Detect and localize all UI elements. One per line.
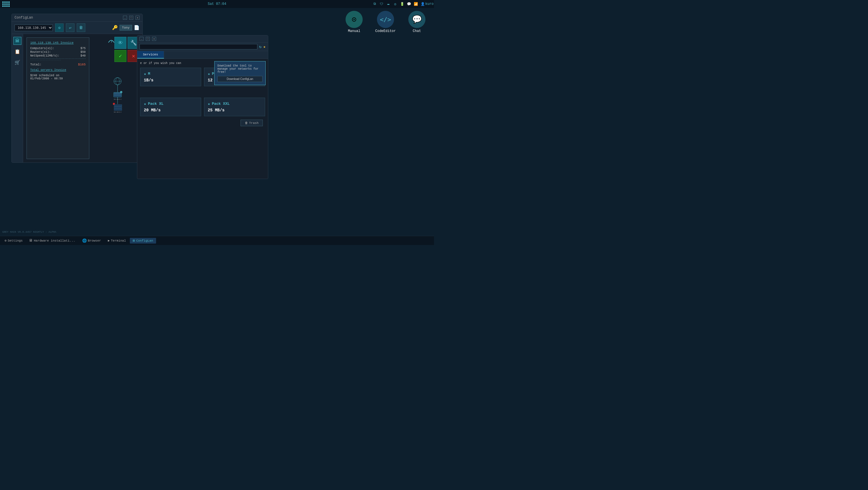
pack-m-star: ★ [144, 71, 146, 76]
pack-l-star: ★ [208, 71, 210, 76]
pack-xl-star: ★ [144, 102, 146, 106]
pack-xxl-speed: 25 MB/s [208, 108, 261, 113]
back-button[interactable]: ↩ [66, 23, 74, 32]
browser-label: Browser [88, 239, 101, 242]
invoice-title: 160.118.130.145 Invoice [30, 41, 86, 45]
invoice-divider: -------------------- [30, 59, 86, 62]
code-editor-label: CodeEditor [375, 29, 396, 33]
manual-icon[interactable]: ⊙ Manual [343, 11, 366, 33]
ip-dropdown[interactable]: 160.118.130.145 [14, 25, 53, 31]
hardware-taskbar-item[interactable]: 🖥 Hardware installati... [26, 238, 78, 243]
configlan-taskbar-item[interactable]: ⊞ ConfigLan [130, 238, 156, 243]
download-configlan-button[interactable]: Download ConfigLan [217, 76, 262, 82]
monitor-icon: ▬ [386, 2, 391, 6]
view-network-button[interactable]: 👁 [115, 37, 126, 49]
wifi-icon: 📶 [413, 2, 418, 6]
desktop: ⊙ Manual </> CodeEditor 💬 Chat ConfigLan… [0, 8, 434, 236]
routers-line: Routers(x1): $50 [30, 51, 86, 54]
netspeed-label: NetSpeed(12MB/s): [30, 54, 59, 57]
pack-xl-card[interactable]: ★ Pack XL 20 MB/s [140, 98, 201, 116]
apps-grid[interactable] [2, 1, 10, 7]
network-area: 12 MB/s ▼ 👁 🔧 ✓ ✕ [93, 34, 143, 163]
pack-xl-label: Pack XL [148, 102, 163, 106]
shield-icon: 🛡 [379, 2, 384, 6]
chat-img: 💬 [408, 11, 426, 28]
minimize-button[interactable]: _ [123, 16, 127, 20]
refresh-button[interactable]: ↻ [259, 44, 261, 49]
svg-text:192.168.0.1: 192.168.0.1 [114, 98, 122, 100]
computers-line: Computers(x1): $75 [30, 47, 86, 50]
delete-button[interactable]: 🗑 [77, 23, 85, 32]
browser-taskbar-item[interactable]: 🌐 Browser [79, 238, 104, 243]
services-titlebar: _ □ ✕ [137, 35, 268, 42]
close-button[interactable]: ✕ [135, 16, 140, 20]
code-editor-icon[interactable]: </> CodeEditor [374, 11, 397, 33]
manual-icon-img: ⊙ [345, 11, 363, 28]
chat-desktop-icon[interactable]: 💬 Chat [405, 11, 428, 33]
user-button[interactable]: Tony [120, 25, 132, 31]
svg-point-8 [120, 91, 122, 93]
user-icon: 👤 [420, 2, 425, 6]
netspeed-line: NetSpeed(12MB/s): $40 [30, 54, 86, 57]
layers-icon: ⧉ [372, 2, 377, 6]
url-bar[interactable] [140, 44, 257, 49]
services-nav: Services [137, 51, 268, 59]
username: kuro [427, 2, 432, 6]
terminal-taskbar-item[interactable]: ▶ Terminal [105, 238, 129, 243]
pack-xl-speed: 20 MB/s [144, 108, 197, 113]
total-label: Total: [30, 63, 42, 66]
terminal-icon: ▶ [108, 239, 110, 242]
desc-text: e or if you wish you can [140, 62, 181, 65]
hardware-icon: 🖥 [29, 238, 33, 243]
services-close[interactable]: ✕ [152, 37, 156, 41]
datetime: Sat 07:04 [208, 2, 226, 6]
maximize-button[interactable]: □ [129, 16, 133, 20]
terminal-label: Terminal [111, 239, 126, 242]
svg-text:+: + [121, 91, 122, 93]
configlan-sidebar: 🏛 📋 🛒 [12, 34, 23, 163]
sidebar-cart-icon[interactable]: 🛒 [13, 59, 22, 66]
confirm-button[interactable]: ✓ [115, 50, 126, 62]
total-servers-link[interactable]: Total servers Invoice [30, 68, 86, 72]
pack-xxl-label: Pack XXL [212, 102, 229, 106]
sidebar-list-icon[interactable]: 📋 [13, 48, 22, 56]
svg-point-2 [116, 78, 120, 85]
bookmark-button[interactable]: ★ [264, 44, 266, 49]
svg-point-11 [113, 103, 115, 105]
desktop-icons-area: ⊙ Manual </> CodeEditor 💬 Chat [343, 11, 428, 33]
netspeed-val: $40 [81, 54, 86, 57]
services-minimize[interactable]: _ [140, 37, 144, 41]
pack-xxl-title: ★ Pack XXL [208, 102, 261, 106]
action-row-1: 👁 🔧 [115, 37, 140, 49]
battery-icon: 🔋 [400, 2, 404, 6]
toolbar-right: 🔑 Tony 📄 [112, 25, 140, 31]
svg-text:-: - [114, 103, 115, 105]
routers-label: Routers(x1): [30, 51, 51, 54]
apps-grid-icon [2, 1, 10, 7]
settings-taskbar-item[interactable]: ⚙ Settings [2, 238, 25, 243]
settings-gear-icon: ⚙ [5, 239, 6, 242]
configlan-title: ConfigLan [14, 16, 33, 20]
chat-sys-icon: 💬 [407, 2, 411, 6]
sidebar-bank-icon[interactable]: 🏛 [13, 37, 22, 45]
configlan-titlebar: ConfigLan _ □ ✕ [12, 14, 143, 22]
chat-label: Chat [413, 29, 421, 33]
total-value: $165 [78, 63, 86, 66]
svg-rect-7 [114, 94, 121, 96]
services-maximize[interactable]: □ [146, 37, 150, 41]
svg-rect-13 [114, 105, 122, 106]
pack-xxl-card[interactable]: ★ Pack XXL 25 MB/s [204, 98, 265, 116]
configlan-window: ConfigLan _ □ ✕ 160.118.130.145 ⊙ ↩ 🗑 🔑 … [11, 14, 143, 163]
configlan-tab-label: ConfigLan [136, 239, 153, 242]
trash-button[interactable]: 🗑 Trash [241, 120, 263, 126]
configlan-body: 🏛 📋 🛒 160.118.130.145 Invoice Computers(… [12, 34, 143, 163]
action-row-2: ✓ ✕ [115, 50, 140, 62]
svg-rect-6 [114, 93, 121, 94]
trash-label: Trash [249, 121, 258, 125]
svg-text:192.168.0.2: 192.168.0.2 [114, 111, 122, 113]
view-button[interactable]: ⊙ [55, 23, 64, 32]
services-tab[interactable]: Services [137, 51, 164, 59]
routers-val: $50 [81, 51, 86, 54]
action-buttons: 👁 🔧 ✓ ✕ [115, 37, 140, 62]
pack-m-card[interactable]: ★ M 1B/s [140, 68, 201, 86]
